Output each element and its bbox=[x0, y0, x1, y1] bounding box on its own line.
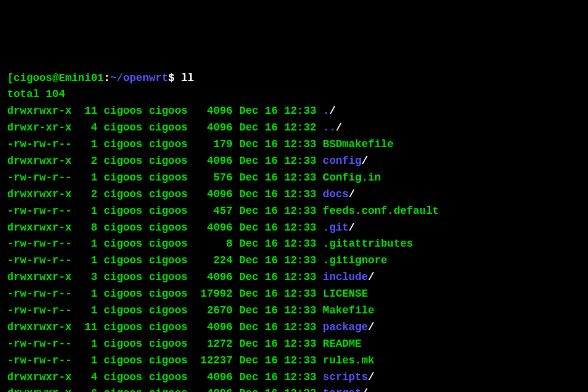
entry-group: cigoos bbox=[149, 188, 188, 200]
entry-size: 4096 bbox=[194, 319, 233, 336]
entry-name: .. bbox=[323, 122, 336, 133]
entry-name: config bbox=[323, 155, 361, 167]
entry-name: target bbox=[323, 387, 361, 392]
entry-date: Dec 16 12:33 bbox=[239, 254, 317, 266]
entry-date: Dec 16 12:33 bbox=[239, 222, 317, 234]
listing-row: drwxrwxr-x 2 cigoos cigoos 4096 Dec 16 1… bbox=[7, 186, 581, 203]
entry-group: cigoos bbox=[149, 172, 188, 183]
entry-owner: cigoos bbox=[104, 371, 143, 383]
entry-links: 6 bbox=[78, 385, 97, 392]
entry-permissions: -rw-rw-r-- bbox=[7, 138, 72, 150]
entry-date: Dec 16 12:33 bbox=[239, 371, 317, 383]
entry-links: 1 bbox=[78, 286, 97, 303]
listing-row: -rw-rw-r-- 1 cigoos cigoos 12237 Dec 16 … bbox=[7, 353, 581, 369]
listing-row: drwxrwxr-x 4 cigoos cigoos 4096 Dec 16 1… bbox=[7, 369, 581, 386]
dir-slash: / bbox=[349, 222, 355, 234]
entry-owner: cigoos bbox=[104, 271, 143, 283]
prompt-at: @ bbox=[52, 72, 59, 84]
entry-group: cigoos bbox=[149, 371, 188, 383]
listing-row: drwxrwxr-x 6 cigoos cigoos 4096 Dec 16 1… bbox=[7, 385, 581, 392]
entry-owner: cigoos bbox=[104, 172, 143, 183]
listing-row: -rw-rw-r-- 1 cigoos cigoos 457 Dec 16 12… bbox=[7, 203, 581, 220]
listing-row: drwxrwxr-x 11 cigoos cigoos 4096 Dec 16 … bbox=[7, 103, 581, 120]
entry-owner: cigoos bbox=[104, 387, 143, 392]
entry-links: 1 bbox=[78, 353, 97, 369]
prompt-user: cigoos bbox=[14, 72, 52, 84]
entry-links: 1 bbox=[78, 303, 97, 319]
entry-permissions: -rw-rw-r-- bbox=[7, 338, 72, 350]
dir-slash: / bbox=[349, 188, 355, 200]
entry-owner: cigoos bbox=[104, 138, 143, 150]
entry-date: Dec 16 12:33 bbox=[239, 387, 317, 392]
entry-size: 2670 bbox=[194, 303, 233, 319]
entry-permissions: drwxr-xr-x bbox=[7, 122, 72, 133]
listing-row: -rw-rw-r-- 1 cigoos cigoos 179 Dec 16 12… bbox=[7, 136, 581, 153]
entry-group: cigoos bbox=[149, 138, 188, 150]
entry-permissions: -rw-rw-r-- bbox=[7, 172, 72, 183]
entry-name: docs bbox=[323, 188, 348, 200]
entry-permissions: drwxrwxr-x bbox=[7, 155, 72, 167]
terminal-output[interactable]: [cigoos@Emini01:~/openwrt$ lltotal 104dr… bbox=[7, 70, 581, 392]
prompt-path: ~/openwrt bbox=[110, 72, 168, 84]
entry-size: 224 bbox=[194, 253, 233, 269]
dir-slash: / bbox=[368, 371, 375, 383]
entry-date: Dec 16 12:33 bbox=[239, 304, 317, 316]
entry-name: .gitattributes bbox=[323, 238, 413, 250]
entry-owner: cigoos bbox=[104, 188, 143, 200]
entry-group: cigoos bbox=[149, 205, 188, 217]
entry-name: Makefile bbox=[323, 304, 374, 316]
entry-permissions: drwxrwxr-x bbox=[7, 321, 72, 333]
entry-group: cigoos bbox=[149, 254, 188, 266]
entry-links: 3 bbox=[78, 269, 97, 286]
entry-size: 12237 bbox=[194, 353, 233, 369]
entry-group: cigoos bbox=[149, 222, 188, 234]
entry-name: .git bbox=[323, 222, 348, 234]
entry-size: 4096 bbox=[194, 220, 233, 237]
entry-links: 8 bbox=[78, 220, 97, 237]
entry-links: 4 bbox=[78, 120, 97, 136]
entry-size: 4096 bbox=[194, 369, 233, 386]
entry-date: Dec 16 12:33 bbox=[239, 188, 317, 200]
entry-size: 457 bbox=[194, 203, 233, 220]
command-text: ll bbox=[181, 72, 194, 84]
prompt-colon: : bbox=[104, 72, 110, 84]
entry-links: 11 bbox=[78, 319, 97, 336]
entry-owner: cigoos bbox=[104, 105, 143, 117]
entry-owner: cigoos bbox=[104, 155, 143, 167]
entry-links: 2 bbox=[78, 186, 97, 203]
entry-name: BSDmakefile bbox=[323, 138, 394, 150]
listing-row: drwxr-xr-x 4 cigoos cigoos 4096 Dec 16 1… bbox=[7, 120, 581, 136]
dir-slash: / bbox=[368, 271, 375, 283]
entry-group: cigoos bbox=[149, 238, 188, 250]
entry-name: include bbox=[323, 271, 368, 283]
entry-permissions: -rw-rw-r-- bbox=[7, 238, 72, 250]
entry-date: Dec 16 12:33 bbox=[239, 172, 317, 183]
prompt-host: Emini01 bbox=[58, 72, 104, 84]
entry-date: Dec 16 12:33 bbox=[239, 338, 317, 350]
entry-name: scripts bbox=[323, 371, 368, 383]
entry-group: cigoos bbox=[149, 288, 188, 300]
prompt-open-bracket: [ bbox=[7, 72, 14, 84]
entry-links: 1 bbox=[78, 136, 97, 153]
entry-name: LICENSE bbox=[323, 288, 368, 300]
entry-size: 4096 bbox=[194, 385, 233, 392]
entry-group: cigoos bbox=[149, 122, 188, 133]
entry-name: . bbox=[323, 105, 329, 117]
entry-group: cigoos bbox=[149, 105, 188, 117]
entry-date: Dec 16 12:33 bbox=[239, 354, 317, 366]
entry-links: 1 bbox=[78, 203, 97, 220]
dir-slash: / bbox=[329, 105, 336, 117]
entry-date: Dec 16 12:33 bbox=[239, 205, 317, 217]
listing-row: -rw-rw-r-- 1 cigoos cigoos 8 Dec 16 12:3… bbox=[7, 236, 581, 253]
entry-permissions: drwxrwxr-x bbox=[7, 387, 72, 392]
listing-row: drwxrwxr-x 11 cigoos cigoos 4096 Dec 16 … bbox=[7, 319, 581, 336]
entry-permissions: drwxrwxr-x bbox=[7, 105, 72, 117]
entry-group: cigoos bbox=[149, 321, 188, 333]
entry-size: 4096 bbox=[194, 103, 233, 120]
entry-group: cigoos bbox=[149, 338, 188, 350]
entry-size: 8 bbox=[194, 236, 233, 253]
entry-size: 1272 bbox=[194, 336, 233, 353]
entry-date: Dec 16 12:33 bbox=[239, 238, 317, 250]
entry-owner: cigoos bbox=[104, 222, 143, 234]
entry-owner: cigoos bbox=[104, 205, 143, 217]
